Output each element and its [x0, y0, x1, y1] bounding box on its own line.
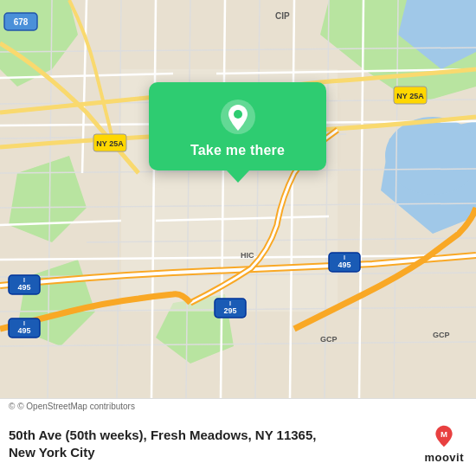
svg-text:I: I [229, 300, 231, 306]
svg-text:495: 495 [338, 261, 351, 269]
address-line2: New York City [9, 444, 414, 461]
take-me-there-button[interactable]: Take me there [190, 143, 285, 158]
svg-text:I: I [344, 254, 345, 261]
moovit-label: moovit [424, 451, 464, 464]
copyright-text: © © OpenStreetMap contributors [9, 402, 135, 411]
svg-text:M: M [441, 428, 447, 438]
moovit-pin-icon: M [432, 424, 456, 448]
bottom-info-bar: © © OpenStreetMap contributors 50th Ave … [0, 398, 476, 476]
svg-text:678: 678 [14, 17, 29, 27]
svg-text:495: 495 [17, 283, 30, 292]
map-view: 678 NY 25A NY 25A NY 25A NY 25 I 495 I 4… [0, 0, 476, 398]
svg-text:495: 495 [17, 326, 30, 335]
svg-text:GCP: GCP [320, 335, 338, 344]
svg-text:HIC: HIC [241, 251, 254, 260]
svg-text:I: I [23, 320, 25, 326]
address-line1: 50th Ave (50th weeks), Fresh Meadows, NY… [9, 427, 414, 444]
address-block: 50th Ave (50th weeks), Fresh Meadows, NY… [9, 427, 414, 460]
svg-point-8 [385, 117, 476, 195]
svg-point-63 [234, 110, 242, 119]
moovit-logo: M moovit [424, 424, 464, 464]
svg-text:CIP: CIP [275, 11, 290, 21]
location-popup: Take me there [149, 82, 326, 170]
svg-text:GCP: GCP [433, 331, 450, 339]
copyright-symbol: © [9, 402, 15, 411]
location-pin-icon [219, 98, 257, 136]
svg-text:NY 25A: NY 25A [96, 139, 124, 148]
svg-text:NY 25A: NY 25A [396, 92, 424, 100]
svg-text:295: 295 [223, 306, 236, 315]
svg-text:I: I [23, 277, 25, 283]
